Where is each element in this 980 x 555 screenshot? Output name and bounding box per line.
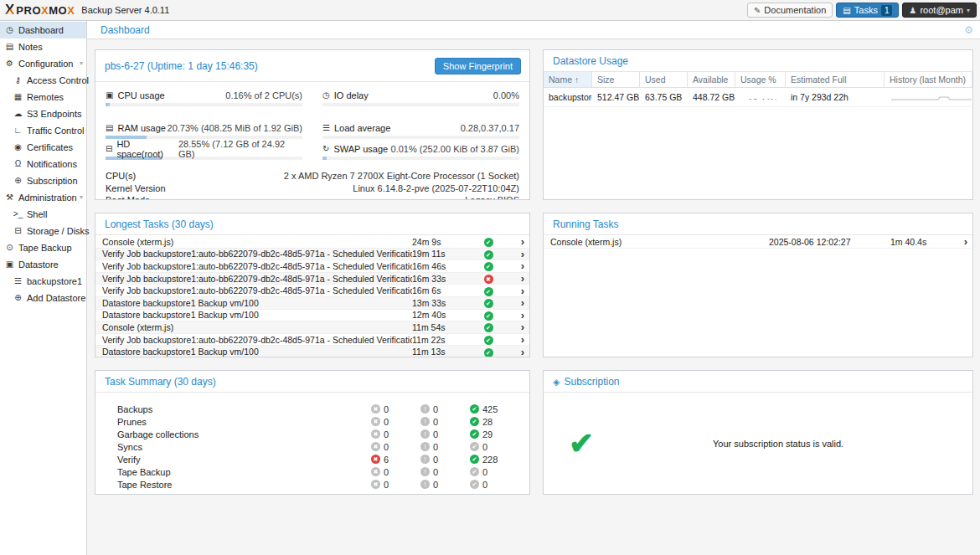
count-value: 425: [482, 404, 498, 414]
sidebar-item-notes[interactable]: ▤Notes: [0, 39, 86, 55]
task-name: Verify Job backupstore1:auto-bb622079-db…: [102, 261, 412, 271]
task-row[interactable]: Verify Job backupstore1:auto-bb622079-db…: [95, 249, 529, 261]
chevron-right-icon[interactable]: ›: [506, 310, 524, 321]
chevron-right-icon[interactable]: ›: [506, 297, 524, 308]
chevron-right-icon[interactable]: ›: [506, 273, 524, 284]
task-summary-panel: Task Summary (30 days) Backups✖0!0✔425Pr…: [95, 370, 530, 495]
task-row[interactable]: Datastore backupstore1 Backup vm/10011m …: [95, 346, 529, 357]
show-fingerprint-button[interactable]: Show Fingerprint: [435, 58, 521, 75]
sidebar-item-label: Traffic Control: [27, 122, 84, 139]
sidebar-item-add-datastore[interactable]: ⊕Add Datastore: [0, 290, 86, 306]
datastore-usage-title: Datastore Usage: [553, 55, 628, 67]
cloud-icon: ☁: [13, 105, 23, 122]
sidebar-item-dashboard[interactable]: ◷Dashboard: [0, 22, 86, 39]
task-summary-row[interactable]: Tape Backup✖0!0✔0: [117, 465, 519, 478]
column-header-estimated-full[interactable]: Estimated Full: [786, 72, 885, 87]
task-summary-row[interactable]: Tape Restore✖0!0✔0: [117, 478, 519, 491]
task-row[interactable]: Verify Job backupstore1:auto-bb622079-db…: [95, 334, 529, 347]
sidebar-item-shell[interactable]: >_Shell: [0, 206, 86, 223]
task-duration: 11m 13s: [412, 347, 471, 357]
sidebar-item-label: Certificates: [27, 139, 73, 156]
sidebar-item-access-control[interactable]: ⚷Access Control: [0, 72, 86, 89]
column-header-usage[interactable]: Usage %: [735, 72, 786, 87]
ram-usage-metric: ▤RAM usage20.73% (408.25 MiB of 1.92 GiB…: [106, 121, 302, 139]
chevron-right-icon[interactable]: ›: [506, 236, 524, 247]
sidebar-item-s3-endpoints[interactable]: ☁S3 Endpoints: [0, 105, 86, 122]
page-title: Dashboard: [101, 24, 150, 36]
sidebar-item-tape-backup[interactable]: ⊙Tape Backup: [0, 239, 86, 256]
dashboard-settings-gear-icon[interactable]: ⚙: [964, 24, 973, 36]
running-tasks-list: Console (xterm.js)2025-08-06 12:02:271m …: [544, 235, 972, 249]
datastore-row[interactable]: backupstore1512.47 GB63.75 GB448.72 GB12…: [544, 88, 972, 107]
task-name: Console (xterm.js): [550, 237, 769, 247]
task-summary-row[interactable]: Syncs✖0!0✔0: [117, 440, 519, 453]
sidebar-item-backupstore1[interactable]: ☰backupstore1: [0, 273, 86, 290]
task-row[interactable]: Datastore backupstore1 Backup vm/10013m …: [95, 297, 529, 310]
error-count-icon: ✖: [371, 480, 380, 489]
sidebar-item-subscription[interactable]: ⊕Subscription: [0, 172, 86, 189]
sidebar-item-datastore[interactable]: ▣Datastore: [0, 256, 86, 273]
task-row[interactable]: Verify Job backupstore1:auto-bb622079-db…: [95, 260, 529, 273]
task-name: Verify Job backupstore1:auto-bb622079-db…: [102, 274, 412, 284]
task-summary-title: Task Summary (30 days): [105, 376, 216, 388]
datastore-history-cell: [885, 88, 972, 106]
sidebar-item-notifications[interactable]: ΩNotifications: [0, 156, 86, 172]
task-summary-row[interactable]: Backups✖0!0✔425: [117, 403, 519, 415]
error-count-icon: ✖: [371, 442, 380, 451]
column-header-available[interactable]: Available: [688, 72, 735, 87]
warning-count-icon: !: [420, 404, 430, 414]
task-row[interactable]: Datastore backupstore1 Backup vm/10012m …: [95, 310, 529, 322]
task-summary-row[interactable]: Prunes✖0!0✔28: [117, 415, 519, 428]
sidebar-item-traffic-control[interactable]: ∟Traffic Control: [0, 122, 86, 139]
task-row[interactable]: Verify Job backupstore1:auto-bb622079-db…: [95, 285, 529, 297]
refresh-icon: ↻: [322, 144, 329, 153]
sidebar-item-label: Dashboard: [18, 22, 64, 39]
sidebar-item-remotes[interactable]: ▦Remotes: [0, 89, 86, 105]
column-header-used[interactable]: Used: [640, 72, 688, 87]
ok-count-icon: ✔: [470, 429, 479, 439]
task-duration: 13m 33s: [412, 298, 471, 308]
chevron-right-icon[interactable]: ›: [506, 334, 524, 345]
chevron-right-icon[interactable]: ›: [506, 285, 524, 296]
chevron-right-icon[interactable]: ›: [506, 347, 524, 357]
sidebar-item-administration[interactable]: ⚒Administration▾: [0, 189, 86, 206]
running-task-row[interactable]: Console (xterm.js)2025-08-06 12:02:271m …: [544, 236, 972, 249]
tasks-button[interactable]: ▤ Tasks 1: [836, 3, 899, 18]
kernel-version-info-row: Kernel VersionLinux 6.14.8-2-pve (2025-0…: [106, 182, 519, 195]
warning-cell: !0: [420, 429, 470, 439]
sidebar-item-certificates[interactable]: ◉Certificates: [0, 139, 86, 156]
collapse-arrow-icon[interactable]: ▾: [80, 189, 83, 206]
column-header-name[interactable]: Name ↑: [544, 72, 592, 87]
sidebar-item-label: Configuration: [18, 55, 73, 72]
progress-track: [322, 103, 519, 106]
metric-label: SWAP usage: [333, 144, 388, 154]
task-row[interactable]: Console (xterm.js)11m 54s✔›: [95, 321, 529, 334]
task-summary-row[interactable]: Garbage collections✖0!0✔29: [117, 428, 519, 440]
collapse-arrow-icon[interactable]: ▾: [80, 55, 83, 72]
task-summary-row[interactable]: Verify✖6!0✔228: [117, 453, 519, 465]
chevron-right-icon[interactable]: ›: [506, 321, 524, 332]
load-average-metric: ☰Load average0.28,0.37,0.17: [322, 121, 519, 139]
sidebar-item-configuration[interactable]: ⚙Configuration▾: [0, 55, 86, 72]
column-header-size[interactable]: Size: [592, 72, 640, 87]
running-tasks-panel: Running Tasks Console (xterm.js)2025-08-…: [543, 213, 973, 357]
host-status-panel: pbs-6-27 (Uptime: 1 day 15:46:35) Show F…: [95, 49, 530, 200]
chevron-right-icon[interactable]: ›: [949, 236, 967, 247]
tasks-count-badge: 1: [881, 5, 893, 16]
user-menu-button[interactable]: ♟ root@pam ▾: [902, 3, 977, 18]
count-value: 0: [384, 429, 389, 439]
task-name: Console (xterm.js): [102, 237, 412, 247]
top-bar: X PROXMOX Backup Server 4.0.11 ✎ Documen…: [0, 0, 980, 21]
chevron-down-icon: ▾: [967, 7, 970, 14]
task-row[interactable]: Verify Job backupstore1:auto-bb622079-db…: [95, 273, 529, 285]
count-value: 228: [482, 455, 498, 465]
task-row[interactable]: Console (xterm.js)24m 9s✔›: [95, 236, 529, 249]
sidebar-nav: ◷Dashboard▤Notes⚙Configuration▾⚷Access C…: [0, 21, 87, 555]
chevron-right-icon[interactable]: ›: [506, 260, 524, 271]
host-panel-body: ▣CPU usage0.16% of 2 CPU(s) ◷IO delay0.0…: [95, 82, 529, 200]
sidebar-item-storage-disks[interactable]: ⊟Storage / Disks: [0, 223, 86, 239]
documentation-button[interactable]: ✎ Documentation: [747, 3, 833, 18]
column-header-history[interactable]: History (last Month): [885, 72, 972, 87]
load-bars-icon: ☰: [322, 123, 330, 132]
chevron-right-icon[interactable]: ›: [506, 249, 524, 260]
